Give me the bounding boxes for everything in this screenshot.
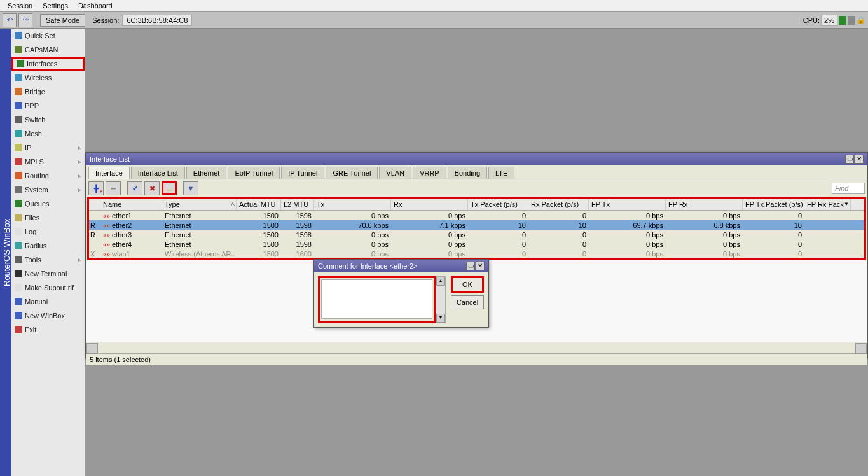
menu-session[interactable]: Session bbox=[3, 1, 38, 11]
table-row[interactable]: X«»wlan1Wireless (Atheros AR..150016000 … bbox=[89, 249, 864, 258]
window-titlebar[interactable]: Interface List ▭ ✕ bbox=[86, 153, 867, 165]
row-rx: 7.1 kbps bbox=[391, 221, 468, 229]
row-mtu: 1500 bbox=[237, 231, 281, 239]
dialog-titlebar[interactable]: Comment for Interface <ether2> ▭ ✕ bbox=[314, 260, 488, 272]
sidebar-item-mesh[interactable]: Mesh bbox=[11, 127, 85, 141]
tab-vrrp[interactable]: VRRP bbox=[413, 167, 446, 179]
comment-textarea[interactable] bbox=[321, 279, 432, 319]
add-button[interactable]: ╋▾ bbox=[88, 181, 104, 195]
tab-interface[interactable]: Interface bbox=[88, 167, 130, 179]
scroll-down-icon[interactable]: ▾ bbox=[436, 314, 445, 323]
comment-button[interactable]: ▭ bbox=[162, 181, 177, 195]
filter-button[interactable]: ▼ bbox=[183, 181, 198, 195]
row-rx: 0 bps bbox=[391, 241, 468, 248]
sidebar-item-ip[interactable]: IP▹ bbox=[11, 141, 85, 155]
sidebar-item-queues[interactable]: Queues bbox=[11, 197, 85, 211]
table-row[interactable]: R«»ether2Ethernet1500159870.0 kbps7.1 kb… bbox=[89, 220, 864, 230]
undo-icon: ↶ bbox=[7, 16, 13, 24]
sidebar-item-mpls[interactable]: MPLS▹ bbox=[11, 155, 85, 169]
cancel-button[interactable]: Cancel bbox=[451, 295, 484, 309]
col-name[interactable]: Name bbox=[100, 199, 162, 210]
sidebar-item-interfaces[interactable]: Interfaces bbox=[11, 57, 85, 71]
horizontal-scrollbar[interactable] bbox=[86, 342, 867, 353]
col-fprx[interactable]: FP Rx bbox=[666, 199, 743, 210]
sidebar-item-capsman[interactable]: CAPsMAN bbox=[11, 43, 85, 57]
row-txp: 0 bbox=[468, 212, 528, 220]
row-l2mtu: 1598 bbox=[281, 241, 314, 248]
col-l2mtu[interactable]: L2 MTU bbox=[281, 199, 314, 210]
ok-button[interactable]: OK bbox=[451, 276, 484, 293]
tab-gre-tunnel[interactable]: GRE Tunnel bbox=[326, 167, 378, 179]
redo-button[interactable]: ↷ bbox=[18, 13, 32, 27]
col-rx[interactable]: Rx bbox=[391, 199, 468, 210]
table-row[interactable]: «»ether1Ethernet150015980 bps0 bps000 bp… bbox=[89, 211, 864, 220]
sidebar-item-exit[interactable]: Exit bbox=[11, 323, 85, 337]
remove-button[interactable]: ━ bbox=[106, 181, 121, 195]
row-name: «»wlan1 bbox=[100, 250, 162, 258]
col-txp[interactable]: Tx Packet (p/s) bbox=[468, 199, 528, 210]
sidebar-item-label: Interfaces bbox=[27, 60, 57, 67]
find-input[interactable]: Find bbox=[832, 183, 865, 194]
sidebar-item-quick-set[interactable]: Quick Set bbox=[11, 29, 85, 43]
table-row[interactable]: «»ether4Ethernet150015980 bps0 bps000 bp… bbox=[89, 239, 864, 249]
interface-icon: «» bbox=[103, 232, 112, 239]
sidebar-item-log[interactable]: Log bbox=[11, 225, 85, 239]
sidebar-item-new-terminal[interactable]: New Terminal bbox=[11, 267, 85, 281]
tab-bonding[interactable]: Bonding bbox=[448, 167, 487, 179]
dialog-minimize-button[interactable]: ▭ bbox=[466, 262, 475, 270]
window-close-button[interactable]: ✕ bbox=[855, 155, 864, 164]
tab-ip-tunnel[interactable]: IP Tunnel bbox=[281, 167, 324, 179]
row-mtu: 1500 bbox=[237, 221, 281, 229]
sidebar-item-tools[interactable]: Tools▹ bbox=[11, 253, 85, 267]
row-name: «»ether1 bbox=[100, 212, 162, 220]
col-mtu[interactable]: Actual MTU bbox=[237, 199, 281, 210]
table-row[interactable]: R«»ether3Ethernet150015980 bps0 bps000 b… bbox=[89, 230, 864, 239]
sidebar-item-system[interactable]: System▹ bbox=[11, 183, 85, 197]
enable-button[interactable]: ✔ bbox=[127, 181, 142, 195]
sidebar-icon bbox=[15, 102, 22, 109]
tab-interface-list[interactable]: Interface List bbox=[131, 167, 185, 179]
menu-dashboard[interactable]: Dashboard bbox=[73, 1, 118, 11]
menubar: Session Settings Dashboard bbox=[0, 0, 868, 12]
sidebar-item-routing[interactable]: Routing▹ bbox=[11, 169, 85, 183]
tab-vlan[interactable]: VLAN bbox=[379, 167, 411, 179]
col-fptxp[interactable]: FP Tx Packet (p/s) bbox=[743, 199, 804, 210]
safemode-button[interactable]: Safe Mode bbox=[40, 14, 85, 27]
sidebar-item-radius[interactable]: Radius bbox=[11, 239, 85, 253]
indicator-grey-icon bbox=[848, 16, 855, 25]
col-flag[interactable] bbox=[89, 199, 100, 210]
sidebar-item-files[interactable]: Files bbox=[11, 211, 85, 225]
dialog-close-button[interactable]: ✕ bbox=[476, 262, 485, 270]
sidebar-item-manual[interactable]: Manual bbox=[11, 295, 85, 309]
disable-button[interactable]: ✖ bbox=[144, 181, 160, 195]
window-minimize-button[interactable]: ▭ bbox=[845, 155, 854, 164]
sidebar-icon bbox=[15, 74, 22, 81]
col-fptx[interactable]: FP Tx bbox=[589, 199, 666, 210]
textarea-scrollbar[interactable]: ▴▾ bbox=[436, 276, 446, 323]
scroll-up-icon[interactable]: ▴ bbox=[436, 277, 445, 286]
col-type[interactable]: Type△ bbox=[162, 199, 237, 210]
sidebar-item-switch[interactable]: Switch bbox=[11, 113, 85, 127]
row-fptx: 0 bps bbox=[589, 231, 666, 239]
tab-lte[interactable]: LTE bbox=[488, 167, 514, 179]
sidebar-icon bbox=[15, 144, 22, 151]
sidebar-icon bbox=[15, 88, 22, 95]
cpu-value: 2% bbox=[821, 15, 837, 26]
sidebar-item-make-supout-rif[interactable]: Make Supout.rif bbox=[11, 281, 85, 295]
sidebar-item-wireless[interactable]: Wireless bbox=[11, 71, 85, 85]
sidebar-icon bbox=[15, 256, 22, 263]
sidebar-item-new-winbox[interactable]: New WinBox bbox=[11, 309, 85, 323]
sidebar-item-bridge[interactable]: Bridge bbox=[11, 85, 85, 99]
sidebar-item-label: New WinBox bbox=[25, 312, 65, 319]
col-tx[interactable]: Tx bbox=[314, 199, 391, 210]
row-type: Ethernet bbox=[162, 221, 237, 229]
sidebar-item-ppp[interactable]: PPP bbox=[11, 99, 85, 113]
undo-button[interactable]: ↶ bbox=[3, 13, 17, 27]
menu-settings[interactable]: Settings bbox=[38, 1, 73, 11]
row-type: Ethernet bbox=[162, 241, 237, 248]
row-fptxp: 0 bbox=[743, 231, 804, 239]
col-rxp[interactable]: Rx Packet (p/s) bbox=[528, 199, 589, 210]
tab-ethernet[interactable]: Ethernet bbox=[186, 167, 227, 179]
col-fprxp[interactable]: FP Rx Pack▼ bbox=[804, 199, 851, 210]
tab-eoip-tunnel[interactable]: EoIP Tunnel bbox=[228, 167, 280, 179]
